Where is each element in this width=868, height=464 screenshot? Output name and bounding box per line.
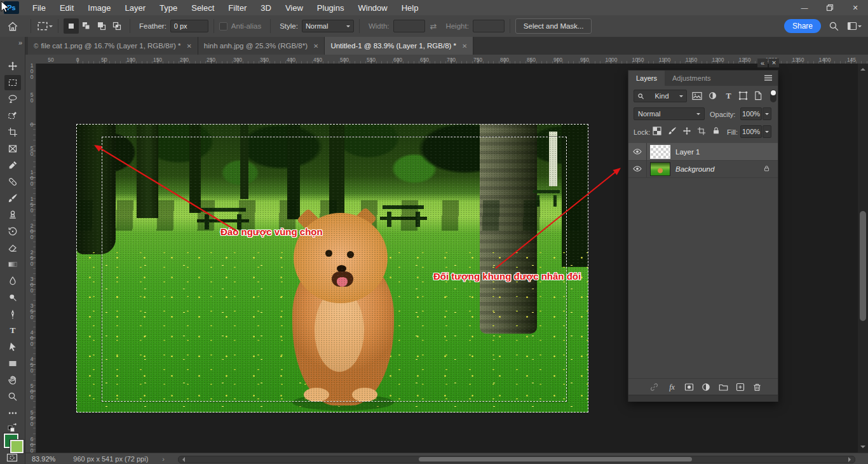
add-to-selection-button[interactable]	[79, 18, 94, 34]
menu-item-help[interactable]: Help	[395, 1, 426, 15]
crop-tool[interactable]	[4, 125, 21, 140]
scroll-left-arrow[interactable]	[180, 457, 185, 462]
frame-tool[interactable]	[4, 141, 21, 156]
anti-alias-checkbox[interactable]	[219, 22, 227, 31]
adjustment-layer-filter-icon[interactable]	[708, 91, 717, 100]
opacity-dropdown[interactable]	[763, 107, 771, 120]
link-layers-icon[interactable]	[649, 382, 660, 392]
document-tab-3-active[interactable]: Untitled-1 @ 83.9% (Layer 1, RGB/8) * ✕	[325, 37, 473, 55]
tool-preset-picker[interactable]	[36, 20, 53, 32]
workspace-switcher[interactable]	[846, 21, 862, 31]
home-button[interactable]	[0, 20, 25, 32]
minimize-button[interactable]: —	[792, 0, 817, 15]
share-button[interactable]: Share	[784, 19, 821, 33]
document-tab-1[interactable]: © file cat 1.png @ 16.7% (Layer 1, RGB/8…	[28, 37, 198, 55]
width-input[interactable]	[393, 20, 425, 32]
layer-name[interactable]: Background	[675, 165, 714, 173]
layer-style-fx-icon[interactable]: fx	[667, 382, 677, 392]
intersect-selection-button[interactable]	[109, 18, 125, 34]
horizontal-scroll-thumb[interactable]	[419, 457, 692, 461]
layer-name[interactable]: Layer 1	[675, 148, 700, 156]
new-adjustment-layer-icon[interactable]	[701, 382, 711, 392]
object-selection-tool[interactable]	[4, 108, 21, 123]
tab-layers[interactable]: Layers	[628, 71, 665, 86]
subtract-from-selection-button[interactable]	[94, 18, 109, 34]
lock-all-icon[interactable]	[712, 126, 721, 135]
menu-item-3d[interactable]: 3D	[254, 1, 278, 15]
menu-item-type[interactable]: Type	[153, 1, 184, 15]
menu-item-window[interactable]: Window	[351, 1, 394, 15]
edit-toolbar-button[interactable]	[4, 406, 21, 421]
layer-row-background[interactable]: Background	[628, 160, 778, 178]
menu-item-file[interactable]: File	[25, 1, 53, 15]
visibility-toggle[interactable]	[628, 143, 647, 160]
quick-mask-button[interactable]	[6, 453, 18, 463]
fill-dropdown[interactable]	[763, 125, 771, 138]
layer-row-layer-1[interactable]: Layer 1	[628, 143, 778, 161]
style-select[interactable]: Normal	[302, 20, 354, 32]
lasso-tool[interactable]	[4, 92, 21, 107]
background-color-swatch[interactable]	[10, 440, 24, 453]
move-tool[interactable]	[4, 58, 21, 74]
hand-tool[interactable]	[4, 372, 21, 388]
tab-adjustments[interactable]: Adjustments	[665, 71, 719, 86]
new-group-icon[interactable]	[718, 382, 729, 392]
pen-tool[interactable]	[4, 306, 21, 322]
close-panel-button[interactable]: ✕	[769, 58, 779, 67]
close-button[interactable]: ✕	[843, 0, 868, 15]
opacity-value[interactable]: 100%	[740, 107, 762, 120]
swap-dimensions-icon[interactable]: ⇄	[430, 22, 437, 31]
gradient-tool[interactable]	[4, 257, 21, 272]
eraser-tool[interactable]	[4, 240, 21, 256]
clone-stamp-tool[interactable]	[4, 207, 21, 222]
layer-thumbnail[interactable]	[650, 162, 670, 176]
vertical-scroll-thumb[interactable]	[860, 211, 866, 321]
add-layer-mask-icon[interactable]	[684, 382, 695, 392]
height-input[interactable]	[473, 20, 505, 32]
tab-close-icon[interactable]: ✕	[313, 43, 318, 50]
menu-item-view[interactable]: View	[278, 1, 310, 15]
menu-item-filter[interactable]: Filter	[221, 1, 254, 15]
document-tab-2[interactable]: hinh anh.jpg @ 25.3% (RGB/8*) ✕	[198, 37, 325, 55]
lock-position-icon[interactable]	[682, 126, 691, 135]
canvas-document[interactable]: Đảo ngược vùng chọn Đối tượng khung được…	[76, 124, 588, 413]
scroll-right-arrow[interactable]	[848, 457, 853, 462]
tab-close-icon[interactable]: ✕	[462, 43, 467, 50]
delete-layer-icon[interactable]	[752, 382, 762, 392]
shape-layer-filter-icon[interactable]	[738, 91, 748, 100]
type-tool[interactable]: T	[4, 323, 21, 338]
expand-tools-icon[interactable]: »	[18, 39, 21, 46]
type-layer-filter-icon[interactable]: T	[724, 91, 733, 100]
vertical-scrollbar[interactable]	[858, 64, 868, 453]
menu-item-layer[interactable]: Layer	[118, 1, 153, 15]
path-selection-tool[interactable]	[4, 339, 21, 355]
blend-mode-select[interactable]: Normal	[634, 107, 705, 120]
search-button[interactable]	[821, 21, 846, 32]
new-selection-button[interactable]	[64, 18, 79, 34]
menu-item-edit[interactable]: Edit	[53, 1, 81, 15]
visibility-toggle[interactable]	[628, 160, 647, 177]
filter-toggle-switch[interactable]	[770, 90, 776, 102]
tab-close-icon[interactable]: ✕	[186, 43, 191, 50]
horizontal-scrollbar[interactable]	[178, 456, 855, 463]
fill-value[interactable]: 100%	[740, 125, 762, 138]
menu-item-plugins[interactable]: Plugins	[310, 1, 351, 15]
status-expand-arrow[interactable]: ›	[162, 455, 165, 463]
lock-transparency-icon[interactable]	[653, 126, 661, 135]
blur-tool[interactable]	[4, 273, 21, 289]
new-layer-icon[interactable]	[735, 382, 745, 392]
filter-kind-select[interactable]: Kind	[634, 90, 687, 102]
scroll-up-arrow[interactable]	[860, 65, 865, 71]
collapse-panel-button[interactable]: «	[757, 58, 768, 67]
history-brush-tool[interactable]	[4, 224, 21, 239]
lock-paint-icon[interactable]	[668, 126, 677, 135]
zoom-level-field[interactable]: 83.92%	[32, 455, 55, 463]
rectangular-marquee-tool[interactable]	[4, 75, 21, 90]
panel-resize-strip[interactable]	[628, 395, 778, 402]
smart-object-filter-icon[interactable]	[754, 91, 763, 100]
scroll-down-arrow[interactable]	[860, 446, 865, 451]
layer-thumbnail[interactable]	[650, 145, 670, 159]
rectangle-tool[interactable]	[4, 356, 21, 371]
menu-item-select[interactable]: Select	[184, 1, 221, 15]
select-and-mask-button[interactable]: Select and Mask...	[515, 18, 592, 34]
